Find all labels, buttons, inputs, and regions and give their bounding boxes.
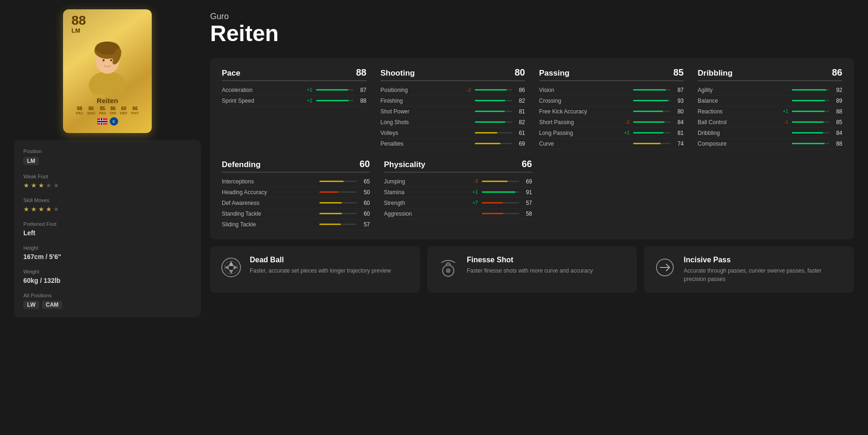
finishing-bar	[475, 100, 506, 101]
card-top: 88 LM	[68, 14, 147, 34]
strength-label: Strength	[384, 200, 469, 206]
stat-heading-accuracy: Heading Accuracy 50	[222, 187, 370, 198]
main-layout: 88 LM	[0, 0, 868, 327]
curve-bar-wrapper	[633, 143, 670, 144]
curve-bar	[633, 143, 661, 144]
def-awareness-bar-wrapper	[319, 202, 357, 203]
stats-grid-2: Defending 60 Interceptions 65 Heading Ac…	[222, 159, 842, 230]
reactions-modifier: +1	[780, 109, 788, 114]
strength-modifier: +7	[470, 200, 478, 205]
standing-tackle-label: Standing Tackle	[222, 210, 307, 217]
card-stat-phy: 66 PHY	[131, 106, 139, 115]
standing-tackle-bar-wrapper	[319, 213, 357, 214]
svg-point-0	[89, 71, 126, 95]
player-image	[75, 34, 140, 95]
free-kick-bar	[633, 111, 663, 112]
weight-label: Weight	[23, 269, 191, 274]
incisive-pass-content: Incisive Pass Accurate through passes, c…	[684, 256, 845, 283]
player-lastname: Reiten	[210, 21, 854, 46]
sprint-speed-modifier: +1	[304, 98, 312, 103]
dribbling-category: Dribbling 86 Agility 92 Balance	[698, 67, 842, 149]
agility-value: 92	[833, 87, 842, 93]
pace-name: Pace	[222, 69, 240, 78]
position-value-badge: LM	[23, 157, 39, 165]
dead-ball-icon	[219, 256, 243, 279]
stamina-bar	[482, 191, 516, 193]
stats-grid: Pace 88 Acceleration +1 87 Sprint Speed …	[222, 67, 842, 149]
short-passing-label: Short Passing	[539, 119, 621, 126]
finesse-shot-content: Finesse Shot Faster finesse shots with m…	[467, 256, 593, 275]
stat-def-awareness: Def Awareness 60	[222, 198, 370, 209]
composure-bar-wrapper	[792, 143, 829, 144]
composure-value: 88	[833, 140, 842, 147]
vision-bar-wrapper	[633, 89, 670, 91]
heading-accuracy-value: 50	[360, 189, 370, 196]
finesse-shot-name: Finesse Shot	[467, 256, 593, 264]
sliding-tackle-value: 57	[360, 221, 370, 228]
crossing-bar-wrapper	[633, 100, 670, 101]
free-kick-value: 80	[674, 108, 684, 115]
penalties-label: Penalties	[381, 140, 463, 147]
ball-control-modifier: -1	[780, 119, 788, 125]
crossing-bar	[633, 100, 668, 101]
positioning-bar	[475, 89, 507, 91]
player-card: 88 LM	[63, 9, 152, 133]
card-position-badge: LM	[71, 27, 80, 34]
short-passing-modifier: -2	[621, 119, 629, 125]
card-stats-row: 88 PAC 80 SHO 85 PAS 86 DRI	[76, 106, 139, 115]
curve-value: 74	[674, 140, 684, 147]
skill-star-3: ★	[38, 205, 44, 213]
sprint-speed-bar-wrapper	[316, 100, 353, 101]
trait-incisive-pass: Incisive Pass Accurate through passes, c…	[644, 246, 854, 293]
incisive-pass-desc: Accurate through passes, curvier swerve …	[684, 267, 845, 283]
shooting-header: Shooting 80	[381, 67, 525, 81]
dribbling-stat-value: 84	[833, 130, 842, 136]
shooting-category: Shooting 80 Positioning -2 86 Finishing	[381, 67, 525, 149]
stat-curve: Curve 74	[539, 139, 684, 149]
stat-finishing: Finishing 82	[381, 96, 525, 106]
composure-bar	[792, 143, 825, 144]
heading-accuracy-bar-wrapper	[319, 191, 357, 193]
jumping-label: Jumping	[384, 178, 469, 185]
weight-section: Weight 60kg / 132lb	[23, 269, 191, 284]
stat-agility: Agility 92	[698, 85, 842, 96]
physicality-header: Physicality 66	[384, 159, 532, 173]
traits-row: Dead Ball Faster, accurate set pieces wi…	[210, 246, 854, 293]
vision-bar	[633, 89, 666, 91]
pace-header: Pace 88	[222, 67, 367, 81]
height-section: Height 167cm / 5'6"	[23, 245, 191, 260]
aggression-bar-wrapper	[482, 213, 519, 214]
volleys-value: 61	[516, 130, 525, 136]
long-shots-bar	[475, 121, 506, 123]
stat-volleys: Volleys 61	[381, 128, 525, 139]
acceleration-modifier: +1	[304, 87, 312, 92]
sliding-tackle-bar-wrapper	[319, 224, 357, 225]
stat-vision: Vision 87	[539, 85, 684, 96]
dribbling-stat-bar-wrapper	[792, 132, 829, 133]
stat-reactions: Reactions +1 88	[698, 106, 842, 117]
aggression-value: 58	[523, 210, 532, 217]
skill-moves-stars: ★ ★ ★ ★ ★	[23, 205, 191, 213]
card-stat-sho: 80 SHO	[87, 106, 95, 115]
balance-bar	[792, 100, 825, 101]
chelsea-badge-icon: C	[110, 117, 118, 126]
positioning-modifier: -2	[463, 87, 471, 92]
pace-category: Pace 88 Acceleration +1 87 Sprint Speed …	[222, 67, 367, 149]
finishing-label: Finishing	[381, 98, 463, 104]
long-shots-bar-wrapper	[475, 121, 512, 123]
dead-ball-desc: Faster, accurate set pieces with longer …	[250, 267, 391, 275]
player-firstname: Guro	[210, 12, 854, 21]
finesse-shot-icon	[437, 256, 460, 279]
shot-power-label: Shot Power	[381, 108, 463, 115]
star-3: ★	[38, 182, 44, 189]
stamina-label: Stamina	[384, 189, 469, 196]
long-passing-label: Long Passing	[539, 130, 621, 136]
card-stat-def: 60 DEF	[120, 106, 127, 115]
player-svg	[75, 34, 140, 95]
dead-ball-name: Dead Ball	[250, 256, 391, 264]
passing-value: 85	[673, 67, 684, 78]
heading-accuracy-bar	[319, 191, 338, 193]
acceleration-label: Acceleration	[222, 87, 304, 93]
def-awareness-value: 60	[360, 200, 370, 206]
star-5: ★	[53, 182, 59, 189]
